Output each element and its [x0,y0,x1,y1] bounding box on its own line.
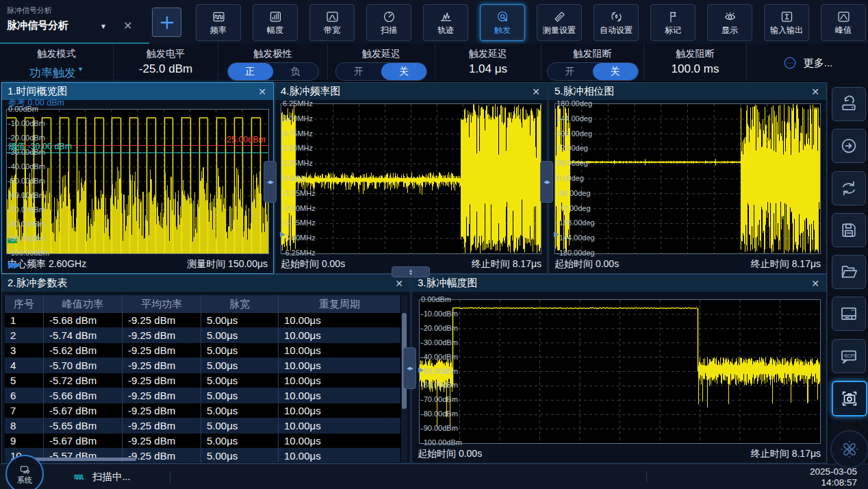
table-header-row: 序号峰值功率平均功率脉宽重复周期 [5,295,400,313]
toolbar-button-measure-setup[interactable]: 测量设置 [537,4,582,41]
sidebar-continuous-sweep-button[interactable] [832,171,866,205]
table-row[interactable]: 8-5.65 dBm-9.25 dBm5.00μs10.00μs [5,418,400,434]
trace-edge-marker-icon: ▶ [418,366,424,373]
panel-header: 3.脉冲幅度图 ✕ [412,275,826,292]
pulse-phase-plot[interactable]: 180.00deg144.00deg108.00deg72.00deg36.00… [554,103,821,254]
sidebar-nav-pad-button[interactable] [830,430,868,468]
panel-title: 2.脉冲参数表 [8,277,394,290]
close-tab-icon[interactable]: ✕ [123,19,132,32]
screenshot-icon [839,388,860,409]
table-cell: 5.00μs [201,343,279,358]
table-cell: -5.67 dBm [44,434,123,448]
trigger-toggle-holdoff-switch[interactable]: 开关 [547,62,639,81]
system-button[interactable]: 系统 [5,455,44,489]
add-measurement-button[interactable] [152,8,181,37]
trigger-value-level[interactable]: -25.0 dBm [114,62,218,76]
y-tick-label: 108.00deg [557,129,592,138]
toolbar-button-sweep[interactable]: 扫描 [366,4,411,41]
toolbar-button-label: 峰值 [835,25,852,36]
trigger-value-delay-value[interactable]: 1.04 μs [435,62,541,76]
trigger-toggle-polarity[interactable]: 正负 [227,62,319,81]
trace-icon [439,10,453,24]
toggle-option[interactable]: 开 [336,63,381,80]
vertical-splitter[interactable]: ◀▶ [540,161,553,203]
close-icon[interactable]: ✕ [257,86,268,97]
table-cell: 5.00μs [201,313,279,327]
panel-header: 5.脉冲相位图 ✕ [549,83,826,100]
table-row[interactable]: 2-5.74 dBm-9.25 dBm5.00μs10.00μs [5,328,400,343]
sidebar-screenshot-button[interactable] [832,381,867,416]
toggle-option[interactable]: 负 [273,63,318,80]
toolbar-button-label: 轨迹 [437,25,454,36]
close-icon[interactable]: ✕ [531,86,541,97]
close-icon[interactable]: ✕ [810,86,821,97]
y-tick-label: -70.00dBm [421,395,458,404]
toolbar-button-io[interactable]: 输入输出 [764,4,809,41]
sidebar-window-layout-button[interactable] [832,297,866,331]
close-icon[interactable]: ✕ [394,278,405,289]
table-row[interactable]: 5-5.72 dBm-9.25 dBm5.00μs10.00μs [5,373,400,388]
toolbar-button-auto-setup[interactable]: 自动设置 [593,4,639,41]
toggle-option[interactable]: 关 [381,63,426,80]
sidebar-scpi-button[interactable]: SCPI [832,339,866,373]
toggle-option[interactable]: 关 [593,63,638,80]
close-icon[interactable]: ✕ [810,278,821,289]
toolbar-button-frequency[interactable]: 频率 [196,4,241,41]
trigger-value-holdoff-value[interactable]: 100.0 ms [644,62,746,76]
sidebar-run-button[interactable] [832,129,866,163]
chevron-down-icon[interactable]: ▼ [100,23,107,30]
statusbar-divider [646,471,647,483]
marker-icon [666,10,680,24]
toolbar-button-trace[interactable]: 轨迹 [423,4,468,41]
horizontal-splitter[interactable]: ▲▼ [392,266,430,277]
table-row[interactable]: 6-5.66 dBm-9.25 dBm5.00μs10.00μs [5,388,400,403]
toolbar-button-trigger[interactable]: 触发 [480,4,525,41]
panel-pulse-frequency: 4.脉冲频率图 ✕ 6.25MHz5.00MHz3.75MHz2.50MHz1.… [275,82,548,274]
table-row[interactable]: 9-5.67 dBm-9.25 dBm5.00μs10.00μs [5,434,400,449]
y-tick-label: -108.00deg [557,218,595,227]
y-tick-label: -2.50MHz [283,204,316,213]
table-cell: -9.25 dBm [123,328,201,342]
trigger-toggle-delay-switch[interactable]: 开关 [335,62,427,81]
trigger-value-mode[interactable]: 功率触发▼ [0,62,113,80]
table-cell: 5.00μs [201,388,279,403]
measurement-tab[interactable]: 脉冲信号分析 脉冲信号分析 ▼ ✕ [0,0,149,44]
vertical-splitter[interactable]: ◀▶ [264,161,277,203]
sidebar-open-button[interactable] [832,255,866,289]
toolbar-button-bandwidth[interactable]: 带宽 [309,4,355,41]
y-tick-label: 3.75MHz [283,129,313,138]
panel-title: 1.时间概览图 [8,85,257,98]
pulse-parameter-table[interactable]: 序号峰值功率平均功率脉宽重复周期 1-5.68 dBm-9.25 dBm5.00… [5,295,407,462]
scpi-icon: SCPI [839,346,859,366]
toggle-option[interactable]: 正 [228,63,273,80]
y-tick-label: 144.00deg [557,114,592,123]
table-cell: 10.00μs [279,373,400,388]
more-button[interactable]: 更多... [747,48,868,78]
table-cell: -5.62 dBm [44,343,123,358]
table-row[interactable]: 4-5.70 dBm-9.25 dBm5.00μs10.00μs [5,358,400,373]
table-cell: -9.25 dBm [123,373,201,388]
pulse-frequency-plot[interactable]: 6.25MHz5.00MHz3.75MHz2.50MHz1.25MHz0.00H… [281,103,541,254]
table-cell: -5.68 dBm [44,313,123,327]
table-header-cell: 序号 [5,295,44,313]
system-icon [19,464,31,476]
table-row[interactable]: 7-5.67 dBm-9.25 dBm5.00μs10.00μs [5,403,400,418]
y-tick-label: -60.00dBm [8,191,45,200]
sidebar-save-button[interactable] [832,213,866,247]
vertical-splitter[interactable]: ◀▶ [403,347,416,389]
toolbar-button-marker[interactable]: 标记 [650,4,695,41]
toolbar-button-amplitude[interactable]: 幅度 [253,4,298,41]
y-tick-label: -60.00dBm [421,381,458,390]
pulse-amplitude-plot[interactable]: 0.00dBm-10.00dBm-20.00dBm-30.00dBm-40.00… [419,299,821,444]
toggle-option[interactable]: 开 [548,63,593,80]
table-row[interactable]: 1-5.68 dBm-9.25 dBm5.00μs10.00μs [5,313,400,328]
app-window: 脉冲信号分析 脉冲信号分析 ▼ ✕ 频率幅度带宽扫描轨迹触发测量设置自动设置标记… [0,0,868,489]
toolbar-button-label: 幅度 [267,25,283,36]
toolbar-button-display[interactable]: 显示 [707,4,752,41]
time-overview-plot[interactable]: 参考 0.00 dBm阈值 -30.00 dBm-25.00dBm0.00dBm… [6,109,269,254]
toolbar-button-peak[interactable]: 峰值 [821,4,866,41]
sidebar-preset-button[interactable] [832,87,866,121]
horizontal-scrollbar[interactable] [23,457,136,461]
table-row[interactable]: 3-5.62 dBm-9.25 dBm5.00μs10.00μs [5,343,400,358]
y-tick-label: -80.00dBm [8,220,45,229]
